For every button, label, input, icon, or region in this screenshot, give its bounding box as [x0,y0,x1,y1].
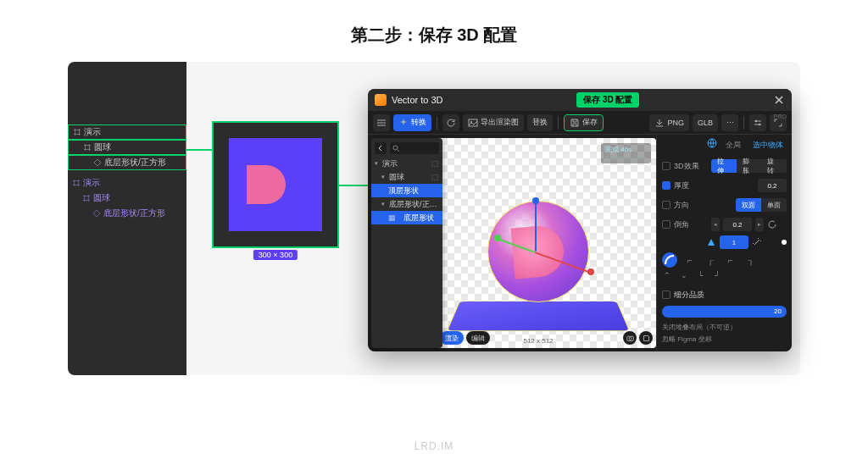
wand-icon[interactable] [752,237,762,247]
more-button[interactable]: ⋯ [721,114,738,131]
tree-row[interactable]: ▾圆球⬚ [371,170,442,184]
profile-round[interactable] [662,252,677,268]
profile-opt[interactable]: ┐ [743,252,759,268]
toolbar: 转换 导出渲染图 替换 保存 PNG [368,111,792,135]
layer-row[interactable]: 演示 [68,175,186,191]
subdiv-slider[interactable]: 20 [662,306,787,318]
checkbox[interactable] [662,162,670,170]
btn-label: 替换 [532,117,548,128]
close-icon[interactable] [773,94,785,106]
back-button[interactable] [375,142,387,154]
gizmo-knob[interactable] [532,197,539,204]
edit-mode-button[interactable]: 编辑 [466,331,490,345]
separator [437,116,437,130]
tree-label: 顶层形状 [388,185,419,196]
reset-icon[interactable] [767,219,777,230]
bevel-segments-row: 1 [662,235,787,249]
render-mode-button[interactable]: 渲染 [440,331,464,345]
figma-layers-panel: 演示 圆球 底层形状/正方形 演示 圆球 底层形状/正方形 [68,62,186,375]
search-input[interactable] [390,142,439,154]
viewport-3d[interactable]: 完成 46s Total time: 833s [420,138,656,348]
checkbox[interactable] [662,201,670,209]
separator [558,116,559,130]
settings-button[interactable] [749,114,766,131]
btn-label: PNG [667,119,684,127]
image-icon [468,118,478,128]
layer-label: 演示 [83,177,100,189]
checkbox[interactable] [662,290,670,299]
frame-icon [84,144,91,151]
pill-revolve[interactable]: 旋转 [761,159,787,173]
bevel-value[interactable]: 0.2 [723,218,752,231]
refresh-button[interactable] [442,114,459,131]
tab-selected[interactable]: 选中物体 [749,138,787,152]
tree-row-selected[interactable]: ▦ 底层形状 [371,211,442,224]
opt-disable-stacking[interactable]: 关闭堆叠布局（不可逆） [662,323,787,332]
stepper-up[interactable]: ▸ [755,218,764,231]
download-png-button[interactable]: PNG [649,114,689,131]
corner-icon[interactable]: ⌃ [664,271,676,283]
export-render-button[interactable]: 导出渲染图 [463,114,524,131]
download-glb-button[interactable]: GLB [693,114,718,131]
viewport-size-label: 512 x 512 [523,337,553,345]
gizmo-knob[interactable] [587,268,594,275]
profile-opt[interactable]: ┌ [703,252,718,268]
tree-row[interactable]: ▾底层形状/正… [371,197,442,211]
save-icon [570,118,580,128]
camera-button[interactable] [623,331,637,345]
profile-opt[interactable]: ⌐ [723,252,738,268]
corner-icon[interactable]: ┘ [715,271,726,283]
layer-row[interactable]: 底层形状/正方形 [68,155,186,170]
thumb-canvas [229,138,322,231]
direction-segmented: 双面 单面 [736,198,787,212]
opt-ignore-coords[interactable]: 忽略 Figma 坐标 [662,335,787,344]
checkbox[interactable] [662,220,670,229]
checkbox-checked[interactable] [662,181,670,190]
selection-thumbnail[interactable]: 300 × 300 [212,121,339,248]
pill-inflate[interactable]: 膨胀 [737,159,762,173]
layer-row[interactable]: 演示 [68,124,186,140]
tree-row[interactable]: ▾演示⬚ [371,157,442,170]
callout-label: 保存 3D 配置 [576,92,639,108]
layer-row[interactable]: 圆球 [68,140,186,155]
profile-opt[interactable]: ⌐ [682,252,698,268]
diamond-icon [94,159,101,166]
segments-value[interactable]: 1 [720,235,748,249]
layer-row[interactable]: 底层形状/正方形 [68,206,186,221]
size-badge: 300 × 300 [253,250,298,260]
camera-icon [626,335,634,342]
pill-double[interactable]: 双面 [736,198,761,212]
sliders-icon [753,118,763,128]
corner-icon[interactable]: ⌄ [681,271,693,283]
tree-row-selected[interactable]: 顶层形状 [371,184,442,197]
pill-single[interactable]: 单面 [761,198,787,212]
prop-thickness: 厚度 0.2 [662,177,787,194]
save-view-button[interactable] [639,331,653,345]
convert-button[interactable]: 转换 [393,114,431,131]
svg-point-7 [629,337,632,340]
profile-swatches: ⌐ ┌ ⌐ ┐ [662,252,787,268]
status-line1: 完成 46s [605,146,632,153]
render-status: 完成 46s Total time: 833s [601,143,651,163]
frame-icon [73,180,80,186]
tab-global[interactable]: 全局 [722,138,744,152]
save-button[interactable]: 保存 [564,114,604,131]
prop-label: 倒角 [674,219,708,230]
corner-icons: ⌃ ⌄ └ ┘ [662,271,787,283]
thickness-value[interactable]: 0.2 [758,179,787,192]
tree-label: 底层形状/正… [389,199,437,210]
axis-y [535,201,537,252]
layer-label: 演示 [84,126,101,138]
gizmo-knob[interactable] [494,235,501,241]
pill-extrude[interactable]: 拉伸 [711,159,737,173]
properties-panel: 全局 选中物体 3D效果 拉伸 膨胀 旋转 厚度 0.2 [656,135,792,351]
stepper-down[interactable]: ◂ [711,218,720,231]
menu-button[interactable] [373,114,390,131]
layer-row[interactable]: 圆球 [68,191,186,206]
refresh-icon [446,118,456,128]
svg-point-3 [759,123,760,124]
replace-button[interactable]: 替换 [527,114,553,131]
corner-icon[interactable]: └ [698,271,709,283]
diamond-icon [93,210,100,217]
svg-point-2 [755,119,757,121]
